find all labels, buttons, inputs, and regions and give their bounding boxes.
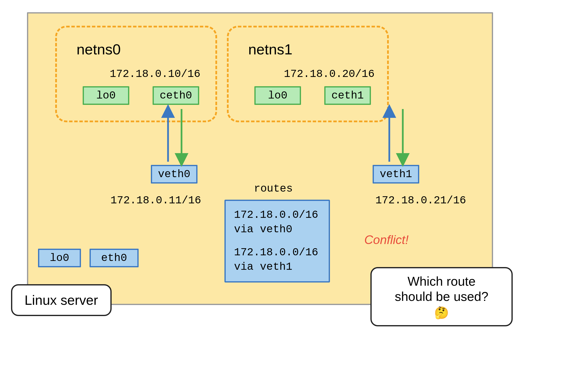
netns1-lo-iface: lo0 [254,86,301,105]
linux-server-label: Linux server [11,284,112,316]
thinking-face-icon: 🤔 [381,306,502,320]
arrows-veth0 [161,107,190,163]
route1-cidr: 172.18.0.0/16 [234,209,318,221]
netns0-ceth-iface: ceth0 [153,86,199,105]
host-eth-iface: eth0 [90,249,139,267]
veth0-iface: veth0 [151,165,197,184]
netns1-container: netns1 172.18.0.20/16 lo0 ceth1 [227,26,389,122]
netns0-title: netns0 [77,41,121,58]
route-entry-2: 172.18.0.0/16 via veth1 [234,245,320,274]
veth1-ip: 172.18.0.21/16 [369,194,472,207]
veth0-ip: 172.18.0.11/16 [104,194,207,207]
route2-via: via veth1 [234,261,292,273]
host-lo-iface: lo0 [38,249,81,267]
netns1-ceth-ip: 172.18.0.20/16 [278,68,381,80]
veth1-iface: veth1 [373,165,419,184]
arrows-veth1 [382,107,411,163]
netns1-title: netns1 [248,41,292,58]
netns1-ceth-iface: ceth1 [324,86,371,105]
linux-server-text: Linux server [25,293,98,308]
linux-server-box: netns0 172.18.0.10/16 lo0 ceth0 netns1 1… [27,12,493,305]
netns0-container: netns0 172.18.0.10/16 lo0 ceth0 [55,26,217,122]
routes-box: 172.18.0.0/16 via veth0 172.18.0.0/16 vi… [224,200,330,282]
netns0-lo-iface: lo0 [83,86,129,105]
routes-title: routes [254,183,293,195]
speech-bubble: Which route should be used? 🤔 [370,267,513,326]
conflict-label: Conflict! [364,233,409,247]
route1-via: via veth0 [234,223,292,235]
bubble-line1: Which route [407,274,475,288]
bubble-line2: should be used? [395,289,488,304]
netns0-ceth-ip: 172.18.0.10/16 [104,68,207,80]
route-entry-1: 172.18.0.0/16 via veth0 [234,208,320,237]
route2-cidr: 172.18.0.0/16 [234,246,318,258]
